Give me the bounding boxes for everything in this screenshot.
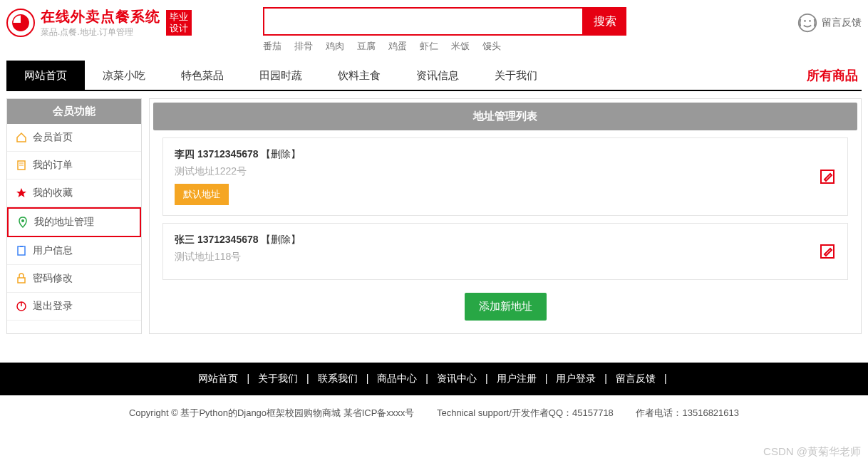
pin-icon xyxy=(17,217,29,228)
logo-subtitle: 菜品.点餐.地址.订单管理 xyxy=(41,26,160,38)
nav-item[interactable]: 凉菜小吃 xyxy=(85,61,163,90)
svg-point-7 xyxy=(21,219,24,222)
address-desc: 测试地址118号 xyxy=(175,251,836,264)
footer-phone: 作者电话：13516821613 xyxy=(636,407,739,418)
logo-badge: 毕业 设计 xyxy=(166,10,192,36)
footer-info: Copyright © 基于Python的Django框架校园购物商城 某省IC… xyxy=(0,395,868,431)
feedback-link[interactable]: 留言反馈 xyxy=(797,13,862,33)
logo-title: 在线外卖点餐系统 xyxy=(41,7,160,26)
footer-link[interactable]: 用户注册 xyxy=(497,373,537,384)
sidebar-item[interactable]: 我的地址管理 xyxy=(7,207,141,237)
keyword-link[interactable]: 排骨 xyxy=(294,41,313,51)
default-address-badge: 默认地址 xyxy=(175,184,229,205)
main-nav: 网站首页凉菜小吃特色菜品田园时蔬饮料主食资讯信息关于我们所有商品 xyxy=(6,61,862,91)
nav-item[interactable]: 特色菜品 xyxy=(163,61,242,90)
keyword-link[interactable]: 鸡肉 xyxy=(326,41,344,51)
sidebar-item-label: 我的收藏 xyxy=(33,187,73,199)
footer-link[interactable]: 用户登录 xyxy=(556,373,596,384)
delete-link[interactable]: 【删除】 xyxy=(261,234,301,245)
footer-link[interactable]: 联系我们 xyxy=(318,373,358,384)
nav-item[interactable]: 田园时蔬 xyxy=(242,61,320,90)
footer-link[interactable]: 资讯中心 xyxy=(437,373,477,384)
nav-all-products[interactable]: 所有商品 xyxy=(807,67,862,84)
search-button[interactable]: 搜索 xyxy=(584,7,626,36)
footer-link[interactable]: 商品中心 xyxy=(377,373,417,384)
sidebar-item-label: 会员首页 xyxy=(33,131,73,144)
panel-header: 地址管理列表 xyxy=(153,103,857,130)
nav-item[interactable]: 资讯信息 xyxy=(398,61,477,90)
footer-link[interactable]: 网站首页 xyxy=(198,373,238,384)
sidebar-item[interactable]: 会员首页 xyxy=(7,124,141,152)
footer-link[interactable]: 留言反馈 xyxy=(616,373,656,384)
address-card: 李四 13712345678 【删除】测试地址1222号默认地址 xyxy=(162,137,848,216)
footer-tech: Technical support/开发作者QQ：45157718 xyxy=(437,407,614,418)
keyword-link[interactable]: 米饭 xyxy=(451,41,470,51)
clipboard-icon xyxy=(16,245,27,256)
edit-icon[interactable] xyxy=(819,168,836,185)
keyword-link[interactable]: 豆腐 xyxy=(357,41,376,51)
power-icon xyxy=(16,301,27,312)
keyword-link[interactable]: 鸡蛋 xyxy=(388,41,407,51)
svg-rect-9 xyxy=(20,246,23,247)
feedback-label: 留言反馈 xyxy=(822,16,862,29)
nav-item[interactable]: 饮料主食 xyxy=(320,61,398,90)
keyword-link[interactable]: 馒头 xyxy=(482,41,501,51)
support-icon xyxy=(797,13,817,33)
sidebar-item[interactable]: 退出登录 xyxy=(7,293,141,321)
keyword-link[interactable]: 虾仁 xyxy=(420,41,438,51)
svg-point-1 xyxy=(799,14,817,32)
logo-icon xyxy=(6,9,35,37)
home-icon xyxy=(16,132,27,143)
sidebar-item[interactable]: 用户信息 xyxy=(7,237,141,265)
logo-block[interactable]: 在线外卖点餐系统 菜品.点餐.地址.订单管理 毕业 设计 xyxy=(6,7,192,38)
footer-copyright: Copyright © 基于Python的Django框架校园购物商城 某省IC… xyxy=(129,407,414,418)
sidebar-item-label: 退出登录 xyxy=(33,300,73,313)
sidebar-item[interactable]: 密码修改 xyxy=(7,265,141,293)
sidebar-item-label: 我的订单 xyxy=(33,159,73,172)
star-icon xyxy=(16,187,27,199)
delete-link[interactable]: 【删除】 xyxy=(261,148,301,160)
search-keywords: 番茄排骨鸡肉豆腐鸡蛋虾仁米饭馒头 xyxy=(263,40,797,53)
sidebar-item-label: 密码修改 xyxy=(33,272,73,285)
edit-icon[interactable] xyxy=(819,243,836,260)
address-desc: 测试地址1222号 xyxy=(175,165,836,178)
nav-item[interactable]: 关于我们 xyxy=(477,61,555,90)
svg-rect-8 xyxy=(18,246,25,255)
svg-point-3 xyxy=(809,20,811,22)
svg-point-2 xyxy=(804,20,806,22)
doc-icon xyxy=(16,160,27,171)
footer-link[interactable]: 关于我们 xyxy=(258,373,298,384)
sidebar-item[interactable]: 我的收藏 xyxy=(7,180,141,207)
nav-item[interactable]: 网站首页 xyxy=(6,61,85,90)
address-card: 张三 13712345678 【删除】测试地址118号 xyxy=(162,223,848,280)
address-name-phone: 李四 13712345678 xyxy=(175,148,261,160)
address-name-phone: 张三 13712345678 xyxy=(175,234,261,245)
add-address-button[interactable]: 添加新地址 xyxy=(465,293,547,321)
svg-rect-10 xyxy=(18,278,25,283)
sidebar: 会员功能 会员首页我的订单我的收藏我的地址管理用户信息密码修改退出登录 xyxy=(6,98,142,334)
sidebar-item[interactable]: 我的订单 xyxy=(7,152,141,180)
keyword-link[interactable]: 番茄 xyxy=(263,41,281,51)
sidebar-item-label: 用户信息 xyxy=(33,244,73,257)
main-panel: 地址管理列表 李四 13712345678 【删除】测试地址1222号默认地址张… xyxy=(149,98,862,334)
lock-icon xyxy=(16,273,27,284)
search-input[interactable] xyxy=(263,7,584,36)
footer-links: 网站首页|关于我们|联系我们|商品中心|资讯中心|用户注册|用户登录|留言反馈| xyxy=(0,363,868,395)
sidebar-header: 会员功能 xyxy=(7,99,141,124)
sidebar-item-label: 我的地址管理 xyxy=(34,216,94,229)
